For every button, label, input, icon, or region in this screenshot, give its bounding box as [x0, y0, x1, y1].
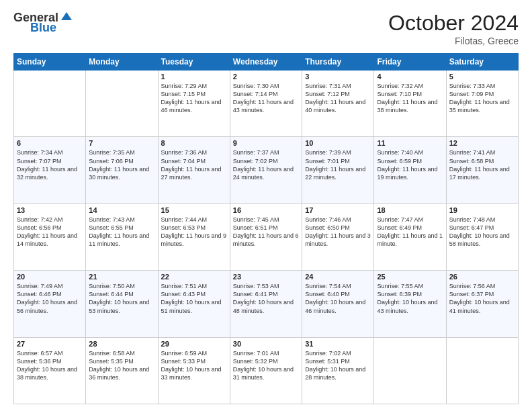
day-text: Sunrise: 7:33 AM Sunset: 7:09 PM Dayligh… — [449, 82, 515, 115]
day-text: Sunrise: 7:56 AM Sunset: 6:37 PM Dayligh… — [449, 282, 515, 315]
calendar-cell: 20Sunrise: 7:49 AM Sunset: 6:46 PM Dayli… — [14, 271, 86, 337]
calendar-cell: 3Sunrise: 7:31 AM Sunset: 7:12 PM Daylig… — [302, 71, 374, 137]
day-number: 25 — [377, 273, 443, 281]
day-text: Sunrise: 7:32 AM Sunset: 7:10 PM Dayligh… — [377, 82, 443, 115]
calendar-cell: 22Sunrise: 7:51 AM Sunset: 6:43 PM Dayli… — [158, 271, 230, 337]
day-text: Sunrise: 7:48 AM Sunset: 6:47 PM Dayligh… — [449, 216, 515, 248]
day-text: Sunrise: 7:36 AM Sunset: 7:04 PM Dayligh… — [161, 148, 227, 181]
day-text: Sunrise: 7:35 AM Sunset: 7:06 PM Dayligh… — [89, 148, 154, 181]
calendar-cell: 18Sunrise: 7:47 AM Sunset: 6:49 PM Dayli… — [374, 203, 446, 270]
day-number: 22 — [161, 273, 227, 281]
logo: General Blue — [13, 11, 73, 34]
day-number: 1 — [161, 73, 227, 81]
day-text: Sunrise: 7:50 AM Sunset: 6:44 PM Dayligh… — [89, 282, 154, 315]
calendar-week-row: 27Sunrise: 6:57 AM Sunset: 5:36 PM Dayli… — [14, 337, 519, 404]
day-text: Sunrise: 7:42 AM Sunset: 6:56 PM Dayligh… — [17, 216, 83, 248]
calendar-cell: 24Sunrise: 7:54 AM Sunset: 6:40 PM Dayli… — [302, 271, 374, 337]
logo-blue: Blue — [30, 21, 56, 34]
page-header: General Blue October 2024 Filotas, Greec… — [13, 11, 519, 46]
day-number: 15 — [161, 206, 227, 214]
day-text: Sunrise: 7:01 AM Sunset: 5:32 PM Dayligh… — [233, 349, 299, 382]
day-header-thursday: Thursday — [302, 54, 374, 71]
calendar-cell: 26Sunrise: 7:56 AM Sunset: 6:37 PM Dayli… — [446, 271, 518, 337]
calendar-cell — [446, 337, 518, 404]
day-text: Sunrise: 7:39 AM Sunset: 7:01 PM Dayligh… — [305, 148, 371, 181]
day-number: 12 — [449, 139, 515, 147]
day-text: Sunrise: 7:34 AM Sunset: 7:07 PM Dayligh… — [17, 148, 83, 181]
day-number: 21 — [89, 273, 154, 281]
day-number: 7 — [89, 139, 154, 147]
calendar-cell: 9Sunrise: 7:37 AM Sunset: 7:02 PM Daylig… — [230, 137, 302, 203]
calendar-header-row: SundayMondayTuesdayWednesdayThursdayFrid… — [14, 54, 519, 71]
day-number: 27 — [17, 340, 83, 348]
month-title: October 2024 — [388, 11, 519, 36]
calendar-cell: 28Sunrise: 6:58 AM Sunset: 5:35 PM Dayli… — [86, 337, 158, 404]
calendar-week-row: 13Sunrise: 7:42 AM Sunset: 6:56 PM Dayli… — [14, 203, 519, 270]
calendar-cell — [14, 71, 86, 137]
calendar-week-row: 20Sunrise: 7:49 AM Sunset: 6:46 PM Dayli… — [14, 271, 519, 337]
day-number: 14 — [89, 206, 154, 214]
day-text: Sunrise: 7:49 AM Sunset: 6:46 PM Dayligh… — [17, 282, 83, 315]
day-number: 9 — [233, 139, 299, 147]
day-text: Sunrise: 7:29 AM Sunset: 7:15 PM Dayligh… — [161, 82, 227, 115]
day-number: 24 — [305, 273, 371, 281]
day-text: Sunrise: 7:43 AM Sunset: 6:55 PM Dayligh… — [89, 216, 154, 248]
day-number: 28 — [89, 340, 154, 348]
svg-marker-0 — [61, 12, 72, 20]
day-number: 31 — [305, 340, 371, 348]
calendar-cell: 13Sunrise: 7:42 AM Sunset: 6:56 PM Dayli… — [14, 203, 86, 270]
day-text: Sunrise: 6:57 AM Sunset: 5:36 PM Dayligh… — [17, 349, 83, 382]
calendar-cell: 23Sunrise: 7:53 AM Sunset: 6:41 PM Dayli… — [230, 271, 302, 337]
calendar-week-row: 6Sunrise: 7:34 AM Sunset: 7:07 PM Daylig… — [14, 137, 519, 203]
day-number: 23 — [233, 273, 299, 281]
title-block: October 2024 Filotas, Greece — [388, 11, 519, 46]
day-text: Sunrise: 7:31 AM Sunset: 7:12 PM Dayligh… — [305, 82, 371, 115]
calendar-cell: 10Sunrise: 7:39 AM Sunset: 7:01 PM Dayli… — [302, 137, 374, 203]
calendar-cell: 14Sunrise: 7:43 AM Sunset: 6:55 PM Dayli… — [86, 203, 158, 270]
calendar-cell: 8Sunrise: 7:36 AM Sunset: 7:04 PM Daylig… — [158, 137, 230, 203]
day-text: Sunrise: 7:40 AM Sunset: 6:59 PM Dayligh… — [377, 148, 443, 181]
day-header-monday: Monday — [86, 54, 158, 71]
day-number: 19 — [449, 206, 515, 214]
day-text: Sunrise: 7:02 AM Sunset: 5:31 PM Dayligh… — [305, 349, 371, 382]
day-text: Sunrise: 7:37 AM Sunset: 7:02 PM Dayligh… — [233, 148, 299, 181]
calendar-cell: 1Sunrise: 7:29 AM Sunset: 7:15 PM Daylig… — [158, 71, 230, 137]
calendar-cell: 12Sunrise: 7:41 AM Sunset: 6:58 PM Dayli… — [446, 137, 518, 203]
calendar-cell: 30Sunrise: 7:01 AM Sunset: 5:32 PM Dayli… — [230, 337, 302, 404]
day-number: 4 — [377, 73, 443, 81]
day-text: Sunrise: 6:59 AM Sunset: 5:33 PM Dayligh… — [161, 349, 227, 382]
logo-icon — [60, 11, 73, 24]
day-number: 30 — [233, 340, 299, 348]
calendar-cell: 19Sunrise: 7:48 AM Sunset: 6:47 PM Dayli… — [446, 203, 518, 270]
calendar-cell: 2Sunrise: 7:30 AM Sunset: 7:14 PM Daylig… — [230, 71, 302, 137]
day-text: Sunrise: 7:51 AM Sunset: 6:43 PM Dayligh… — [161, 282, 227, 315]
day-text: Sunrise: 7:44 AM Sunset: 6:53 PM Dayligh… — [161, 216, 227, 248]
calendar-cell: 7Sunrise: 7:35 AM Sunset: 7:06 PM Daylig… — [86, 137, 158, 203]
day-number: 17 — [305, 206, 371, 214]
day-number: 29 — [161, 340, 227, 348]
day-text: Sunrise: 7:47 AM Sunset: 6:49 PM Dayligh… — [377, 216, 443, 248]
day-number: 20 — [17, 273, 83, 281]
day-number: 6 — [17, 139, 83, 147]
day-number: 26 — [449, 273, 515, 281]
day-header-friday: Friday — [374, 54, 446, 71]
day-number: 16 — [233, 206, 299, 214]
calendar-cell — [374, 337, 446, 404]
day-number: 13 — [17, 206, 83, 214]
day-text: Sunrise: 7:41 AM Sunset: 6:58 PM Dayligh… — [449, 148, 515, 181]
calendar-cell: 31Sunrise: 7:02 AM Sunset: 5:31 PM Dayli… — [302, 337, 374, 404]
day-header-sunday: Sunday — [14, 54, 86, 71]
location: Filotas, Greece — [388, 36, 519, 46]
day-number: 3 — [305, 73, 371, 81]
calendar-cell: 25Sunrise: 7:55 AM Sunset: 6:39 PM Dayli… — [374, 271, 446, 337]
day-text: Sunrise: 7:53 AM Sunset: 6:41 PM Dayligh… — [233, 282, 299, 315]
day-header-wednesday: Wednesday — [230, 54, 302, 71]
day-number: 2 — [233, 73, 299, 81]
calendar-cell: 17Sunrise: 7:46 AM Sunset: 6:50 PM Dayli… — [302, 203, 374, 270]
calendar-cell: 5Sunrise: 7:33 AM Sunset: 7:09 PM Daylig… — [446, 71, 518, 137]
day-text: Sunrise: 7:54 AM Sunset: 6:40 PM Dayligh… — [305, 282, 371, 315]
calendar-cell: 27Sunrise: 6:57 AM Sunset: 5:36 PM Dayli… — [14, 337, 86, 404]
day-text: Sunrise: 7:46 AM Sunset: 6:50 PM Dayligh… — [305, 216, 371, 248]
calendar-cell: 16Sunrise: 7:45 AM Sunset: 6:51 PM Dayli… — [230, 203, 302, 270]
calendar-cell: 4Sunrise: 7:32 AM Sunset: 7:10 PM Daylig… — [374, 71, 446, 137]
